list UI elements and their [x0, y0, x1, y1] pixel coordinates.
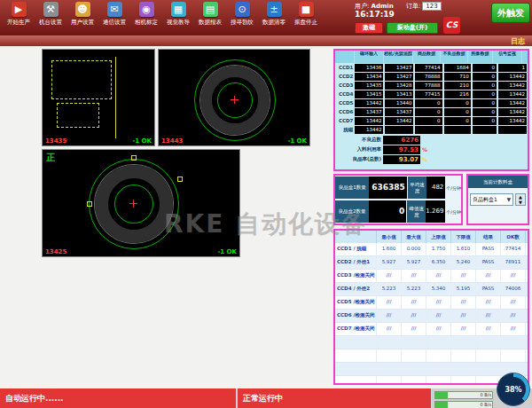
ccd-header-cell — [335, 51, 355, 63]
run-status: 自动运行中...... — [0, 388, 236, 408]
ccd-value-cell: 13442 — [498, 108, 527, 116]
meas-max-cell: /// — [402, 296, 426, 309]
toolbar-button[interactable]: ☻ 用户设置 — [67, 2, 98, 34]
toolbar-info-area: 用户: Admin 订单:123 16:17:19 激磁 振动盘(开) CS 外… — [353, 1, 530, 35]
ccd-value-cell: 0 — [473, 73, 497, 81]
demagnetize-button[interactable]: 激磁 — [355, 22, 383, 34]
measurement-table-panel: 最小值最大值上限值下限值结果OK数 CCD1 / 脱磁 1.680 0.000 … — [333, 229, 529, 385]
ccd-value-cell: 13442 — [355, 99, 383, 107]
ccd-value-cell: 13437 — [385, 108, 413, 116]
meas-min-cell — [377, 363, 402, 375]
meas-lower-cell — [451, 363, 476, 375]
stat-label: 不良总数 — [337, 137, 383, 143]
toolbar-button-label: 数据报表 — [199, 19, 222, 27]
ccd-value-cell: 13442 — [385, 117, 413, 125]
toolbar-button-icon: ± — [267, 2, 282, 17]
meas-upper-cell — [426, 363, 451, 375]
meas-upper-cell: /// — [426, 270, 451, 282]
material-box-dropdown[interactable]: 良品料盒1 ▼ — [470, 193, 513, 206]
production-stats: 不良总数 6276 入料利用率 97.53 % 良品率(总数) 93.07 % — [337, 135, 470, 164]
table-row — [335, 363, 528, 376]
toolbar-button-icon: ▤ — [203, 2, 218, 17]
roi-tick — [87, 201, 92, 207]
camera-result-label: -1 OK — [217, 248, 237, 255]
ccd-value-cell: 0 — [444, 108, 471, 116]
meas-upper-cell: 1.750 — [426, 243, 451, 255]
toolbar-button[interactable]: ◉ 相机标定 — [131, 2, 161, 34]
ccd-header-cell: 相机/光源追踪 — [384, 51, 413, 63]
ccd-value-cell: 13442 — [498, 90, 527, 98]
meas-upper-cell — [426, 349, 451, 362]
meas-max-cell: /// — [402, 270, 426, 282]
meas-min-cell — [377, 336, 402, 349]
stat-value: 97.53 — [383, 145, 420, 154]
ccd-value-cell: 0 — [473, 82, 497, 90]
crosshair-icon — [234, 96, 235, 104]
ccd-value-cell: 78888 — [415, 73, 442, 81]
meas-max-cell: /// — [402, 323, 426, 335]
meas-ok-count-cell — [501, 336, 526, 349]
toolbar-button-label: 通信设置 — [103, 19, 126, 27]
measurement-header-cell: 下限值 — [451, 231, 476, 243]
order-value: 123 — [422, 2, 441, 11]
external-trigger-button[interactable]: 外触发 — [491, 3, 530, 23]
ccd-value-cell — [498, 126, 527, 134]
main-area: 13435 -1 OK 13443 -1 OK 正 13425 -1 OK — [0, 46, 532, 388]
meas-lower-cell: 5.240 — [451, 256, 476, 269]
meas-name-cell: CCD4 / 外径2 — [335, 283, 377, 295]
ccd-header-cell: 磁环输入 — [355, 51, 384, 63]
meas-result-cell — [476, 363, 501, 375]
toolbar-button[interactable]: ▶ 开始生产 — [4, 2, 34, 34]
current-box-selector: 当前计数料盒 良品料盒1 ▼ ▲ ▼ — [466, 174, 529, 225]
meas-upper-cell: /// — [426, 296, 451, 309]
toolbar-button[interactable]: ± 数据清零 — [259, 2, 289, 34]
meas-max-cell — [402, 376, 426, 385]
ccd-row: CCD7 13442 13442 0 0 0 13442 — [335, 116, 528, 125]
meas-ok-count-cell: /// — [501, 310, 526, 322]
meas-lower-cell: /// — [451, 296, 476, 309]
table-row: CCD3 /检测关闭 /// /// /// /// /// /// — [335, 270, 528, 283]
table-row: CCD5 /检测关闭 /// /// /// /// /// /// — [335, 296, 528, 310]
toolbar-button-label: 用户设置 — [71, 19, 94, 27]
meas-lower-cell — [451, 336, 476, 349]
ccd-value-cell: 13437 — [355, 108, 383, 116]
log-button[interactable]: 日志 — [511, 36, 525, 46]
ccd-value-cell: 0 — [444, 117, 471, 125]
stat-label: 入料利用率 — [337, 146, 383, 153]
ccd-header-cell: 不良品数据 — [441, 51, 468, 63]
ccd-row: CCD6 13437 13437 0 0 0 13442 — [335, 107, 528, 116]
box2-count-value: 0 — [369, 200, 406, 223]
meas-ok-count-cell: /// — [501, 270, 526, 282]
measurement-header-cell — [335, 231, 377, 243]
avg-speed-label: 平均速度 — [408, 177, 426, 199]
toolbar-button[interactable]: ▤ 数据报表 — [195, 2, 225, 34]
meas-result-cell: PASS — [476, 256, 501, 269]
meas-ok-count-cell: /// — [501, 323, 526, 335]
stat-unit: % — [422, 146, 427, 153]
toolbar-button[interactable]: ✉ 通信设置 — [99, 2, 129, 34]
measurement-header-cell: 最小值 — [377, 231, 402, 243]
meas-max-cell — [402, 363, 426, 375]
meas-lower-cell — [451, 376, 476, 385]
box1-count-label: 良品盒1数量 — [335, 177, 369, 199]
meas-lower-cell: 1.610 — [451, 243, 476, 255]
toolbar-button-icon: ■ — [299, 2, 314, 17]
vibrator-toggle-button[interactable]: 振动盘(开) — [387, 22, 438, 34]
toolbar-button[interactable]: ■ 振盘停止 — [291, 2, 321, 34]
box-spinner[interactable]: ▲ ▼ — [515, 193, 526, 206]
ccd-header-cell: 图像数据 — [468, 51, 493, 63]
ccd-value-cell: 13442 — [498, 99, 527, 107]
ccd-table-body: CCD1 13436 13427 77414 1684 0 1 CCD2 134… — [335, 63, 528, 134]
meas-result-cell — [476, 336, 501, 349]
measurement-table-header: 最小值最大值上限值下限值结果OK数 — [335, 231, 528, 243]
toolbar-button-icon: ⊙ — [235, 2, 250, 17]
measurement-header-cell: 最大值 — [402, 231, 426, 243]
status-bar: 自动运行中...... 正常运行中 0 B/s 0 B/s — [0, 388, 532, 408]
toolbar-button[interactable]: ⊙ 搜寻勃纹 — [227, 2, 257, 34]
toolbar-button[interactable]: ⚒ 机台设置 — [35, 2, 66, 34]
meas-name-cell — [335, 376, 377, 385]
meas-max-cell: 0.000 — [402, 243, 426, 255]
toolbar-button[interactable]: ▦ 视觉教导 — [163, 2, 193, 34]
toolbar-button-icon: ▶ — [12, 2, 27, 17]
stat-value: 6276 — [383, 136, 420, 145]
